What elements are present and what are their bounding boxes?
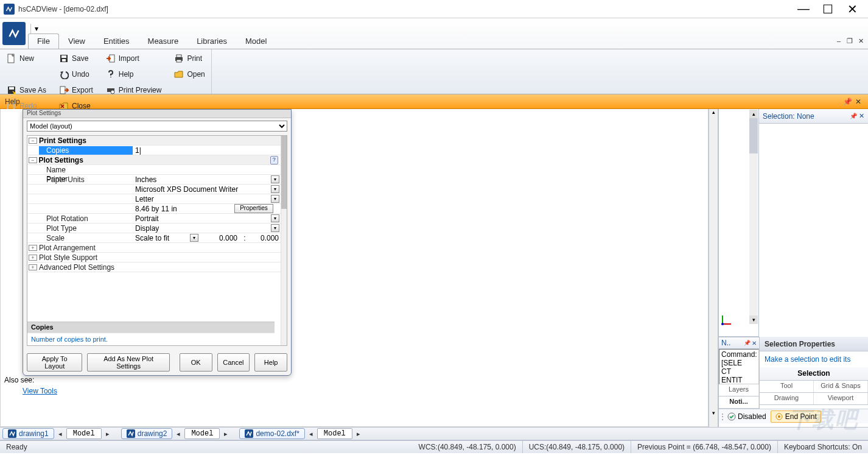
help-icon xyxy=(105,69,116,80)
doc-tab-demo02[interactable]: demo-02.dxf* xyxy=(239,428,304,439)
selection-body xyxy=(759,124,868,337)
open-button[interactable]: Open xyxy=(171,66,207,82)
close-button[interactable]: ✕ xyxy=(840,0,864,18)
view-tools-link[interactable]: View Tools xyxy=(23,387,57,395)
tab-libraries[interactable]: Libraries xyxy=(187,33,236,49)
cancel-button[interactable]: Cancel xyxy=(217,353,250,372)
export-button[interactable]: Export xyxy=(56,82,96,98)
nav-left-icon[interactable]: ◂ xyxy=(306,429,316,439)
expand-icon[interactable]: + xyxy=(29,245,37,251)
apply-button[interactable]: Apply To Layout xyxy=(27,353,82,372)
tab-drawing[interactable]: Drawing xyxy=(760,393,814,404)
saveas-button[interactable]: Save As xyxy=(4,82,49,98)
snap-endpoint-button[interactable]: End Point xyxy=(771,410,821,423)
tab-view[interactable]: View xyxy=(59,33,94,49)
ok-button[interactable]: OK xyxy=(180,353,212,372)
mini-viewport[interactable]: ▴ ▾ xyxy=(719,109,758,337)
row-scale-label: Scale xyxy=(39,234,133,242)
selprops-tab[interactable]: Selection xyxy=(760,367,868,381)
pin-icon[interactable]: 📌 xyxy=(842,97,852,107)
printpreview-button[interactable]: Print Preview xyxy=(103,82,164,98)
tab-grid[interactable]: Grid & Snaps xyxy=(814,381,868,392)
subtab-model1[interactable]: Model xyxy=(66,428,102,439)
row-rotation-value[interactable]: Portrait▾ xyxy=(133,214,281,223)
undo-button[interactable]: Undo xyxy=(56,66,96,82)
import-button[interactable]: Import xyxy=(103,51,164,66)
doc-tab-drawing1[interactable]: drawing1 xyxy=(2,428,54,439)
subtab-model3[interactable]: Model xyxy=(317,428,352,439)
save-button[interactable]: Save xyxy=(56,51,96,66)
section-plot-arrangement[interactable]: Plot Arrangement xyxy=(39,244,281,252)
minimize-button[interactable]: — xyxy=(791,0,816,18)
mdi-close-icon[interactable]: ✕ xyxy=(856,37,866,45)
expand-icon[interactable]: + xyxy=(29,264,37,270)
section-plot-settings[interactable]: Plot Settings xyxy=(39,155,270,164)
dlg-help-button[interactable]: Help xyxy=(254,353,287,372)
tab-entities[interactable]: Entities xyxy=(94,33,139,49)
close-icon[interactable]: ✕ xyxy=(859,112,864,120)
qa-dropdown-icon[interactable]: ▾ xyxy=(33,26,40,32)
close-icon[interactable]: ✕ xyxy=(853,97,863,107)
chevron-down-icon[interactable]: ▾ xyxy=(190,234,198,242)
open-icon xyxy=(173,69,184,80)
nav-right-icon[interactable]: ▸ xyxy=(354,429,363,439)
main-area: Plot Settings Model (layout) −Print Sett… xyxy=(0,109,868,427)
row-copies-value[interactable]: 1| xyxy=(133,146,281,155)
nav-right-icon[interactable]: ▸ xyxy=(221,429,231,439)
command-input[interactable]: Command: [SELE CT ENTIT xyxy=(719,349,759,384)
viewport-scrollbar[interactable]: ▴ ▾ xyxy=(749,110,758,324)
help-scrollbar[interactable]: ▴ ▾ xyxy=(709,109,718,427)
section-advanced-plot[interactable]: Advanced Plot Settings xyxy=(39,263,281,272)
row-printer-value[interactable]: Microsoft XPS Document Writer▾ xyxy=(133,185,281,194)
svg-point-13 xyxy=(721,323,724,325)
section-print-settings[interactable]: Print Settings xyxy=(39,136,281,145)
addnew-button[interactable]: Add As New Plot Settings xyxy=(87,353,169,372)
chevron-down-icon[interactable]: ▾ xyxy=(271,185,279,193)
nav-left-icon[interactable]: ◂ xyxy=(55,429,65,439)
app-menu-button[interactable] xyxy=(2,22,26,45)
row-scale-value[interactable]: Scale to fit▾0.000:0.000 xyxy=(133,233,281,242)
selection-panel: Selection: None 📌 ✕ xyxy=(758,109,868,337)
help-button[interactable]: Help xyxy=(103,66,164,82)
row-paperunits-value[interactable]: Inches▾ xyxy=(133,175,281,184)
pin-icon[interactable]: 📌 xyxy=(850,113,857,119)
tab-noti[interactable]: Noti... xyxy=(719,396,759,408)
chevron-down-icon[interactable]: ▾ xyxy=(271,195,279,203)
pd-layout-select[interactable]: Model (layout) xyxy=(27,121,287,132)
doc-tab-drawing2[interactable]: drawing2 xyxy=(121,428,173,439)
chevron-down-icon[interactable]: ▾ xyxy=(271,175,279,183)
mdi-minimize-icon[interactable]: – xyxy=(834,37,844,45)
chevron-down-icon[interactable]: ▾ xyxy=(271,214,279,222)
row-copies-label[interactable]: Copies xyxy=(39,146,133,155)
scroll-bar[interactable] xyxy=(281,136,287,345)
new-button[interactable]: New xyxy=(4,51,49,66)
tab-layers[interactable]: Layers xyxy=(719,384,759,396)
mdi-restore-icon[interactable]: ❐ xyxy=(845,37,855,45)
collapse-icon[interactable]: − xyxy=(29,157,37,163)
snap-disabled-button[interactable]: Disabled xyxy=(723,410,771,423)
document-tabs: drawing1 ◂ Model ▸ drawing2 ◂ Model ▸ de… xyxy=(0,427,868,440)
svg-rect-6 xyxy=(177,55,181,57)
tab-measure[interactable]: Measure xyxy=(139,33,188,49)
tab-viewport[interactable]: Viewport xyxy=(814,393,868,404)
properties-button[interactable]: Properties xyxy=(234,204,273,213)
nav-left-icon[interactable]: ◂ xyxy=(173,429,183,439)
section-plot-style[interactable]: Plot Style Support xyxy=(39,253,281,262)
row-name-value[interactable] xyxy=(133,165,281,174)
collapse-icon[interactable]: − xyxy=(29,138,37,144)
pin-icon[interactable]: 📌 xyxy=(744,340,751,346)
chevron-down-icon[interactable]: ▾ xyxy=(271,224,279,232)
expand-icon[interactable]: + xyxy=(29,255,37,261)
status-prevpoint: Previous Point = (66.748, -48.547, 0.000… xyxy=(631,441,778,453)
row-papersize-value[interactable]: Letter▾ xyxy=(133,194,281,203)
print-button[interactable]: Print xyxy=(171,51,207,66)
row-plottype-value[interactable]: Display▾ xyxy=(133,224,281,233)
tab-tool[interactable]: Tool xyxy=(760,381,814,392)
close-icon[interactable]: ✕ xyxy=(752,340,757,347)
tab-model[interactable]: Model xyxy=(236,33,276,49)
subtab-model2[interactable]: Model xyxy=(184,428,220,439)
maximize-button[interactable]: ☐ xyxy=(816,0,840,18)
nav-right-icon[interactable]: ▸ xyxy=(103,429,113,439)
tab-file[interactable]: File xyxy=(28,33,59,49)
info-icon[interactable]: ? xyxy=(270,156,279,164)
